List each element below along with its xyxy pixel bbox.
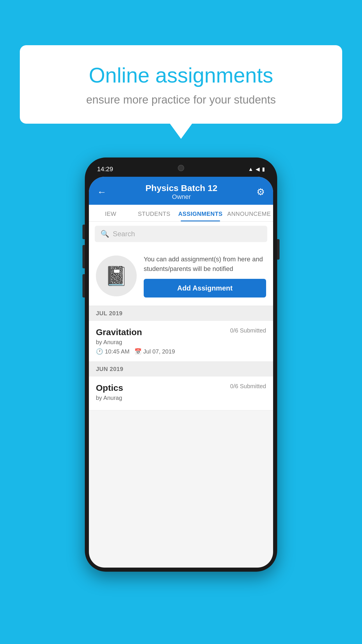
section-header-jun2019: JUN 2019: [89, 362, 273, 377]
header-subtitle: Owner: [106, 193, 256, 201]
gear-icon[interactable]: ⚙: [256, 186, 265, 197]
tab-iew[interactable]: IEW: [89, 205, 132, 221]
phone-side-button-right: [277, 239, 280, 260]
phone-screen: ← Physics Batch 12 Owner ⚙ IEW STUDENTS …: [89, 177, 273, 568]
speech-bubble-title: Online assignments: [40, 63, 322, 88]
status-bar: 14:29 ▲ ◀ ▮: [89, 162, 273, 177]
search-input[interactable]: Search: [113, 230, 135, 238]
promo-text: You can add assignment(s) from here and …: [144, 254, 266, 274]
assignment-date-gravitation: 📅 Jul 07, 2019: [134, 348, 175, 355]
tab-assignments[interactable]: ASSIGNMENTS: [176, 205, 225, 221]
tab-students[interactable]: STUDENTS: [132, 205, 176, 221]
assignment-row1-optics: Optics 0/6 Submitted: [96, 383, 266, 393]
tab-announcements[interactable]: ANNOUNCEME: [225, 205, 273, 221]
header-title: Physics Batch 12: [106, 183, 256, 193]
speech-bubble: Online assignments ensure more practice …: [20, 45, 342, 124]
add-assignment-promo: 📓 You can add assignment(s) from here an…: [89, 246, 273, 306]
speech-bubble-arrow: [170, 124, 192, 139]
phone-notch: [158, 162, 204, 174]
phone-side-button-left3: [82, 274, 85, 298]
assignment-by-gravitation: by Anurag: [96, 339, 266, 346]
assignment-title-gravitation: Gravitation: [96, 327, 142, 337]
assignment-submitted-gravitation: 0/6 Submitted: [230, 327, 266, 334]
battery-icon: ▮: [262, 166, 265, 172]
search-icon: 🔍: [101, 230, 109, 238]
tabs-bar: IEW STUDENTS ASSIGNMENTS ANNOUNCEME: [89, 205, 273, 222]
speech-bubble-subtitle: ensure more practice for your students: [40, 94, 322, 106]
assignment-item-optics[interactable]: Optics 0/6 Submitted by Anurag: [89, 377, 273, 410]
assignment-submitted-optics: 0/6 Submitted: [230, 383, 266, 390]
clock-icon: 🕐: [96, 348, 103, 355]
search-bar-wrapper: 🔍 Search: [89, 222, 273, 246]
app-header: ← Physics Batch 12 Owner ⚙: [89, 177, 273, 205]
assignment-meta-gravitation: 🕐 10:45 AM 📅 Jul 07, 2019: [96, 348, 266, 355]
assignment-item-gravitation[interactable]: Gravitation 0/6 Submitted by Anurag 🕐 10…: [89, 321, 273, 362]
assignment-by-optics: by Anurag: [96, 395, 266, 401]
add-assignment-button[interactable]: Add Assignment: [144, 279, 266, 298]
phone-side-button-left1: [82, 225, 85, 239]
phone-side-button-left2: [82, 245, 85, 268]
status-time: 14:29: [97, 165, 113, 173]
notebook-icon: 📓: [105, 265, 128, 287]
phone-outer: 14:29 ▲ ◀ ▮ ← Physics Batch 12 Owner ⚙: [85, 158, 277, 572]
promo-content: You can add assignment(s) from here and …: [144, 254, 266, 298]
assignment-time-gravitation: 🕐 10:45 AM: [96, 348, 130, 355]
section-header-jul2019: JUL 2019: [89, 306, 273, 321]
speech-bubble-section: Online assignments ensure more practice …: [20, 45, 342, 139]
phone-camera: [178, 165, 184, 171]
phone-mockup: 14:29 ▲ ◀ ▮ ← Physics Batch 12 Owner ⚙: [85, 158, 277, 572]
wifi-icon: ▲: [248, 166, 253, 172]
assignment-row1: Gravitation 0/6 Submitted: [96, 327, 266, 337]
promo-icon-circle: 📓: [96, 256, 137, 296]
header-title-group: Physics Batch 12 Owner: [106, 183, 256, 201]
calendar-icon: 📅: [134, 348, 142, 355]
status-icons: ▲ ◀ ▮: [248, 166, 265, 172]
search-bar[interactable]: 🔍 Search: [95, 226, 267, 242]
back-button[interactable]: ←: [97, 187, 106, 197]
signal-icon: ◀: [256, 166, 260, 172]
assignment-title-optics: Optics: [96, 383, 123, 393]
